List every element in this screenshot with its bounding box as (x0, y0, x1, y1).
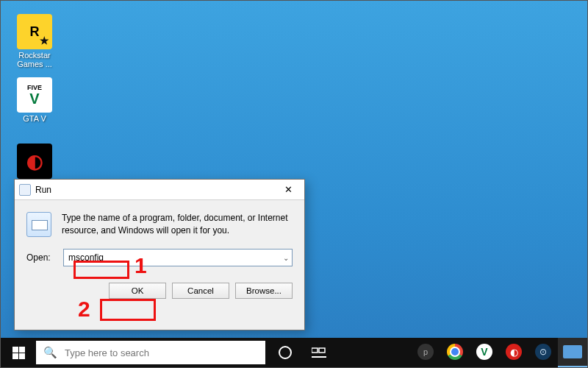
desktop-icon-label: GTA V (8, 114, 61, 123)
run-dialog: Run ✕ Type the name of a program, folder… (14, 179, 305, 330)
open-label: Open: (26, 252, 56, 263)
desktop-icon-label: Rockstar Games ... (8, 51, 61, 68)
desktop-icon-gtav[interactable]: FIVEV GTA V (8, 77, 61, 123)
close-button[interactable]: ✕ (273, 181, 303, 199)
close-icon: ✕ (284, 184, 293, 195)
open-combobox[interactable]: ⌄ (63, 249, 293, 266)
taskbar-search[interactable]: 🔍 Type here to search (36, 341, 265, 364)
svg-rect-1 (319, 348, 325, 353)
windows-icon (12, 347, 25, 359)
taskbar-app-garena[interactable]: ◐ (499, 338, 528, 367)
titlebar[interactable]: Run ✕ (15, 180, 304, 200)
search-icon: 🔍 (43, 346, 57, 359)
garena-taskbar-icon: ◐ (506, 344, 522, 360)
run-taskbar-icon (563, 345, 582, 358)
svg-rect-0 (312, 348, 318, 353)
search-placeholder: Type here to search (65, 347, 149, 358)
taskbar-app-steam[interactable]: ⊙ (528, 338, 558, 367)
task-view-icon (312, 347, 326, 358)
gtav-taskbar-icon: V (476, 344, 492, 360)
cancel-button[interactable]: Cancel (172, 283, 229, 299)
taskbar-app-run[interactable] (558, 338, 587, 367)
dialog-description: Type the name of a program, folder, docu… (62, 212, 293, 237)
ok-button[interactable]: OK (109, 283, 166, 299)
start-button[interactable] (1, 338, 36, 367)
desktop-icon-rockstar[interactable]: R★ Rockstar Games ... (8, 14, 61, 68)
cortana-icon (279, 346, 292, 359)
steam-icon: ⊙ (535, 344, 551, 360)
garena-icon: ◐ (17, 144, 52, 179)
browse-button[interactable]: Browse... (235, 283, 293, 299)
desktop-icon-garena[interactable]: ◐ (8, 144, 61, 180)
run-large-icon (26, 212, 51, 237)
task-view-button[interactable] (302, 338, 336, 367)
taskbar-app-chrome[interactable] (440, 338, 470, 367)
dialog-title: Run (35, 185, 51, 195)
rockstar-icon: R★ (17, 14, 52, 49)
run-icon (19, 184, 31, 196)
taskbar-app-proto[interactable]: p (411, 338, 440, 367)
chevron-down-icon[interactable]: ⌄ (283, 254, 289, 262)
gtav-icon: FIVEV (17, 77, 52, 113)
open-input[interactable] (64, 250, 292, 266)
cortana-button[interactable] (268, 338, 302, 367)
taskbar-app-gtav[interactable]: V (470, 338, 499, 367)
proto-icon: p (417, 344, 434, 360)
chrome-icon (447, 344, 463, 360)
taskbar: 🔍 Type here to search p V ◐ ⊙ (1, 338, 587, 367)
